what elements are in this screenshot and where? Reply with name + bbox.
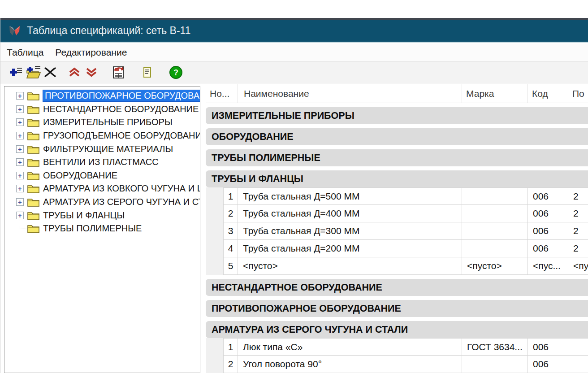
group-header-nonstandard-equipment[interactable]: НЕСТАНДАРТНОЕ ОБОРУДОВАНИЕ [206, 279, 588, 296]
table-row[interactable]: 3 Труба стальная Д=300 ММ 006 2 [206, 222, 588, 240]
group-header-equipment[interactable]: ОБОРУДОВАНИЕ [206, 128, 588, 145]
column-header-marka[interactable]: Марка [462, 84, 528, 103]
table-row[interactable]: 1 Люк типа «С» ГОСТ 3634... 006 [206, 338, 588, 356]
cell-name[interactable]: Труба стальная Д=300 ММ [238, 222, 462, 240]
expand-plus-icon[interactable]: + [16, 185, 24, 192]
group-header-fire-equipment[interactable]: ПРОТИВОПОЖАРНОЕ ОБОРУДОВАНИЕ [206, 300, 588, 317]
expand-plus-icon[interactable]: + [16, 212, 24, 219]
cell-name[interactable]: Труба стальная Д=200 ММ [238, 240, 462, 257]
group-rows-gray-iron-fittings: 1 Люк типа «С» ГОСТ 3634... 006 2 Угол п… [206, 338, 588, 373]
menu-editing[interactable]: Редактирование [55, 47, 127, 58]
cell-kod[interactable]: 006 [528, 338, 568, 356]
add-from-catalog-icon[interactable] [25, 64, 42, 80]
tree-item-pipes-and-flanges[interactable]: + ТРУБЫ И ФЛАНЦЫ [4, 209, 200, 222]
group-header-pipes-and-flanges[interactable]: ТРУБЫ И ФЛАНЦЫ [206, 170, 588, 187]
folder-icon [27, 117, 39, 127]
cell-marka[interactable] [462, 240, 528, 257]
cell-marka[interactable]: <пусто> [462, 257, 528, 275]
export-table-icon[interactable] [110, 64, 127, 80]
folder-icon [27, 171, 39, 180]
cell-name[interactable]: Люк типа «С» [238, 338, 462, 356]
table-row[interactable]: 4 Труба стальная Д=200 ММ 006 2 [206, 240, 588, 257]
cell-po[interactable]: 2 [568, 222, 588, 240]
help-icon[interactable]: ? [167, 64, 184, 80]
column-header-name[interactable]: Наименование [238, 84, 462, 103]
menu-table[interactable]: Таблица [7, 47, 43, 58]
cell-marka[interactable] [462, 356, 528, 373]
delete-icon[interactable] [42, 64, 59, 80]
cell-number[interactable]: 1 [223, 187, 238, 205]
row-indent [206, 240, 223, 257]
expand-plus-icon[interactable]: + [16, 132, 24, 139]
cell-marka[interactable] [462, 187, 528, 205]
folder-icon [27, 197, 39, 207]
document-icon[interactable] [138, 64, 156, 80]
cell-kod[interactable]: 006 [528, 222, 568, 240]
tree-item-lifting-equipment[interactable]: + ГРУЗОПОДЪЕМНОЕ ОБОРУДОВАНИЕ [4, 129, 200, 143]
tree-item-equipment[interactable]: + ОБОРУДОВАНИЕ [4, 169, 200, 182]
cell-po[interactable]: 2 [568, 187, 588, 205]
specification-table-window: Таблица спецификаций: сеть В-11 Таблица … [0, 18, 588, 373]
tree-item-fire-equipment[interactable]: + ПРОТИВОПОЖАРНОЕ ОБОРУДОВАНИ [4, 89, 200, 103]
tree-item-plastic-valves[interactable]: + ВЕНТИЛИ ИЗ ПЛАСТМАСС [4, 156, 200, 169]
tree-item-measuring-devices[interactable]: + ИЗМЕРИТЕЛЬНЫЕ ПРИБОРЫ [4, 116, 200, 129]
table-row[interactable]: 2 Труба стальная Д=400 ММ 006 2 [206, 205, 588, 222]
cell-po[interactable]: 2 [568, 205, 588, 222]
cell-po[interactable]: <пу [568, 257, 588, 275]
cell-number[interactable]: 1 [223, 338, 238, 356]
folder-icon [27, 144, 39, 154]
cell-number[interactable]: 2 [223, 205, 238, 222]
expand-plus-icon[interactable]: + [16, 198, 24, 206]
table-row[interactable]: 2 Угол поворота 90° 006 [206, 356, 588, 373]
tree-item-label: ПРОТИВОПОЖАРНОЕ ОБОРУДОВАНИ [43, 90, 200, 101]
cell-po[interactable] [568, 356, 588, 373]
expand-plus-icon[interactable]: + [16, 172, 24, 179]
table-row[interactable]: 1 Труба стальная Д=500 ММ 006 2 [206, 187, 588, 205]
tree-item-gray-iron-fittings[interactable]: + АРМАТУРА ИЗ СЕРОГО ЧУГУНА И СТ [4, 196, 200, 209]
move-up-icon[interactable] [66, 64, 83, 80]
cell-number[interactable]: 5 [223, 257, 238, 275]
tree-item-malleable-iron-fittings[interactable]: + АРМАТУРА ИЗ КОВКОГО ЧУГУНА И Ц [4, 182, 200, 196]
add-row-icon[interactable] [8, 64, 25, 80]
tree-item-nonstandard-equipment[interactable]: + НЕСТАНДАРТНОЕ ОБОРУДОВАНИЕ [4, 103, 200, 116]
cell-kod[interactable]: <пус... [528, 257, 568, 275]
cell-kod[interactable]: 006 [528, 187, 568, 205]
expand-plus-icon[interactable]: + [16, 158, 24, 166]
group-header-gray-iron-fittings[interactable]: АРМАТУРА ИЗ СЕРОГО ЧУГУНА И СТАЛИ [206, 321, 588, 338]
column-header-number[interactable]: Но... [206, 84, 238, 103]
cell-kod[interactable]: 006 [528, 356, 568, 373]
cell-po[interactable]: 2 [568, 240, 588, 257]
cell-kod[interactable]: 006 [528, 240, 568, 257]
cell-marka[interactable] [462, 222, 528, 240]
folder-icon [27, 131, 39, 140]
cell-number[interactable]: 2 [223, 356, 238, 373]
group-header-polymer-pipes[interactable]: ТРУБЫ ПОЛИМЕРНЫЕ [206, 149, 588, 166]
cell-name[interactable]: Угол поворота 90° [238, 356, 462, 373]
expand-plus-icon[interactable]: + [16, 105, 24, 113]
row-indent [206, 338, 223, 356]
tree-item-label: ТРУБЫ ПОЛИМЕРНЫЕ [43, 223, 142, 234]
group-rows-pipes-and-flanges: 1 Труба стальная Д=500 ММ 006 2 2 Труба … [206, 187, 588, 275]
cell-po[interactable] [568, 338, 588, 356]
column-header-kod[interactable]: Код [528, 84, 568, 103]
cell-number[interactable]: 3 [223, 222, 238, 240]
cell-number[interactable]: 4 [223, 240, 238, 257]
cell-name[interactable]: Труба стальная Д=500 ММ [238, 187, 462, 205]
table-row[interactable]: 5 <пусто> <пусто> <пус... <пу [206, 257, 588, 275]
group-header-measuring-devices[interactable]: ИЗМЕРИТЕЛЬНЫЕ ПРИБОРЫ [206, 107, 588, 124]
expand-plus-icon[interactable]: + [16, 92, 24, 100]
cell-name[interactable]: Труба стальная Д=400 ММ [238, 205, 462, 222]
cell-marka[interactable] [462, 205, 528, 222]
tree-item-polymer-pipes[interactable]: ТРУБЫ ПОЛИМЕРНЫЕ [4, 222, 200, 235]
tree-item-filter-materials[interactable]: + ФИЛЬТРУЮЩИЕ МАТЕРИАЛЫ [4, 142, 200, 156]
move-down-icon[interactable] [83, 64, 100, 80]
folder-icon [27, 91, 39, 100]
cell-kod[interactable]: 006 [528, 205, 568, 222]
screenshot-root: Таблица спецификаций: сеть В-11 Таблица … [0, 0, 588, 391]
toolbar: ? [0, 61, 588, 83]
expand-plus-icon[interactable]: + [16, 145, 24, 153]
expand-plus-icon[interactable]: + [16, 118, 24, 126]
cell-name[interactable]: <пусто> [238, 257, 462, 275]
cell-marka[interactable]: ГОСТ 3634... [462, 338, 528, 356]
column-header-po[interactable]: По [568, 84, 588, 103]
